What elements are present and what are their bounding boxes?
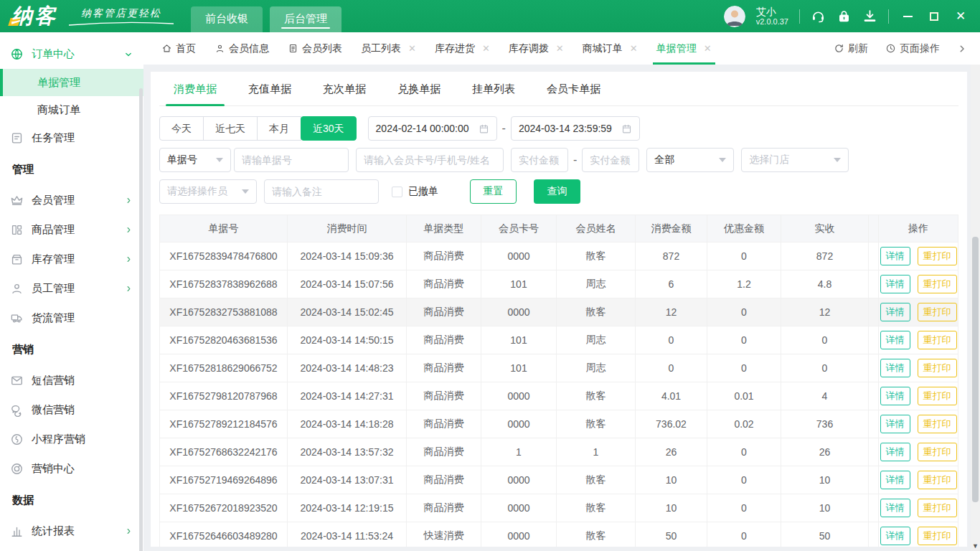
page-tab[interactable]: 商城订单✕ — [573, 32, 647, 65]
tabbar-scroll-right-icon[interactable] — [957, 44, 967, 54]
page-tab[interactable]: 员工列表✕ — [352, 32, 425, 65]
member-search-input[interactable] — [356, 148, 504, 172]
table-row[interactable]: XF167527194692648962024-03-14 13:07:31商品… — [160, 466, 958, 494]
table-row[interactable]: XF167528186290667522024-03-14 14:48:23商品… — [160, 354, 958, 382]
search-button[interactable]: 查询 — [534, 179, 580, 204]
detail-button[interactable]: 详情 — [880, 527, 910, 545]
sidebar-item[interactable]: 任务管理 — [0, 123, 143, 153]
table-row[interactable]: XF167528204636815362024-03-14 14:50:15商品… — [160, 326, 958, 354]
detail-button[interactable]: 详情 — [880, 359, 910, 377]
sidebar-subitem[interactable]: 单据管理 — [0, 69, 143, 96]
scroll-down-arrow-icon[interactable]: ▼ — [971, 542, 980, 550]
close-tab-icon[interactable]: ✕ — [408, 43, 416, 54]
subtab[interactable]: 会员卡单据 — [547, 72, 600, 106]
download-icon[interactable] — [862, 9, 877, 24]
page-operations-button[interactable]: 页面操作 — [885, 42, 940, 55]
page-tab[interactable]: 库存进货✕ — [425, 32, 499, 65]
cancelled-checkbox[interactable] — [392, 187, 402, 197]
amount-max-input[interactable] — [582, 148, 639, 172]
table-row[interactable]: XF167528378389626882024-03-14 15:07:56商品… — [160, 270, 958, 298]
store-select[interactable]: 选择门店 — [741, 148, 849, 172]
sidebar-item[interactable]: 商品管理 — [0, 215, 143, 245]
detail-button[interactable]: 详情 — [880, 443, 910, 461]
close-tab-icon[interactable]: ✕ — [482, 43, 490, 54]
vertical-scrollbar[interactable]: ▼ — [971, 65, 980, 551]
detail-button[interactable]: 详情 — [880, 471, 910, 489]
subtab[interactable]: 挂单列表 — [472, 72, 515, 106]
amount-min-input[interactable] — [511, 148, 568, 172]
detail-button[interactable]: 详情 — [880, 303, 910, 321]
sidebar-item[interactable]: 数据分析 — [0, 546, 143, 551]
page-tab[interactable]: 单据管理✕ — [647, 32, 721, 65]
close-button[interactable]: ✕ — [953, 9, 969, 24]
table-row[interactable]: XF167526720189235202024-03-14 12:19:15商品… — [160, 494, 958, 522]
doc-type-select[interactable]: 单据号 — [159, 148, 231, 172]
table-row[interactable]: XF167527892121845762024-03-14 14:18:28商品… — [160, 410, 958, 438]
quick-date-button[interactable]: 近30天 — [301, 116, 357, 141]
status-select[interactable]: 全部 — [646, 148, 734, 172]
date-from-input[interactable]: 2024-02-14 00:00:00 — [368, 116, 497, 141]
minimize-button[interactable] — [900, 9, 915, 24]
sidebar-item[interactable]: 微信营销 — [0, 395, 143, 425]
reprint-button[interactable]: 重打印 — [918, 415, 957, 433]
user-info[interactable]: 艾小 v2.0.0.37 — [756, 6, 788, 27]
sidebar-item[interactable]: 统计报表 — [0, 517, 143, 546]
sidebar-item-orders[interactable]: 订单中心 — [0, 39, 143, 69]
subtab[interactable]: 消费单据 — [174, 72, 217, 106]
close-tab-icon[interactable]: ✕ — [556, 43, 564, 54]
detail-button[interactable]: 详情 — [880, 415, 910, 433]
sidebar-item[interactable]: 营销中心 — [0, 454, 143, 484]
scrollbar-thumb[interactable] — [972, 237, 979, 502]
sidebar-item[interactable]: 员工管理 — [0, 274, 143, 303]
page-tab[interactable]: 首页 — [152, 32, 205, 65]
remark-input[interactable] — [264, 179, 379, 204]
headset-icon[interactable] — [811, 9, 826, 24]
reprint-button[interactable]: 重打印 — [918, 275, 957, 293]
sidebar-subitem[interactable]: 商城订单 — [0, 96, 143, 123]
reprint-button[interactable]: 重打印 — [918, 387, 957, 405]
topbar-nav-button[interactable]: 前台收银 — [191, 6, 263, 32]
doc-no-input[interactable] — [234, 148, 349, 172]
detail-button[interactable]: 详情 — [880, 247, 910, 265]
quick-date-button[interactable]: 今天 — [159, 116, 204, 141]
close-tab-icon[interactable]: ✕ — [630, 43, 638, 54]
table-row[interactable]: XF167527981207879682024-03-14 14:27:31商品… — [160, 382, 958, 410]
quick-date-button[interactable]: 本月 — [257, 116, 301, 141]
refresh-button[interactable]: 刷新 — [834, 42, 868, 55]
table-row[interactable]: XF167527686322421762024-03-14 13:57:32商品… — [160, 438, 958, 466]
close-tab-icon[interactable]: ✕ — [704, 43, 712, 54]
page-tab[interactable]: 会员列表 — [278, 32, 352, 65]
table-row[interactable]: XF167526466034892802024-03-14 11:53:24快速… — [160, 522, 958, 547]
subtab[interactable]: 充值单据 — [248, 72, 291, 106]
reprint-button[interactable]: 重打印 — [918, 471, 957, 489]
detail-button[interactable]: 详情 — [880, 275, 910, 293]
subtab[interactable]: 兑换单据 — [397, 72, 440, 106]
reset-button[interactable]: 重置 — [470, 179, 517, 204]
maximize-button[interactable] — [926, 9, 942, 24]
page-tab[interactable]: 会员信息 — [205, 32, 278, 65]
lock-icon[interactable] — [837, 9, 852, 24]
reprint-button[interactable]: 重打印 — [918, 303, 957, 321]
reprint-button[interactable]: 重打印 — [918, 443, 957, 461]
subtab[interactable]: 充次单据 — [323, 72, 366, 106]
detail-button[interactable]: 详情 — [880, 387, 910, 405]
sidebar-item[interactable]: 会员管理 — [0, 186, 143, 215]
quick-date-button[interactable]: 近七天 — [203, 116, 258, 141]
sidebar-item[interactable]: 短信营销 — [0, 366, 143, 395]
sidebar-item[interactable]: 小程序营销 — [0, 425, 143, 454]
reprint-button[interactable]: 重打印 — [918, 247, 957, 265]
date-to-input[interactable]: 2024-03-14 23:59:59 — [511, 116, 640, 141]
reprint-button[interactable]: 重打印 — [918, 359, 957, 377]
avatar[interactable] — [724, 6, 745, 27]
detail-button[interactable]: 详情 — [880, 499, 910, 517]
page-tab[interactable]: 库存调拨✕ — [499, 32, 573, 65]
reprint-button[interactable]: 重打印 — [918, 331, 957, 349]
sidebar-scrollbar[interactable] — [139, 88, 143, 551]
operator-select[interactable]: 请选择操作员 — [159, 179, 257, 204]
sidebar-item[interactable]: 货流管理 — [0, 303, 143, 333]
table-row[interactable]: XF167528394784768002024-03-14 15:09:36商品… — [160, 242, 958, 270]
topbar-nav-button[interactable]: 后台管理 — [270, 6, 341, 32]
detail-button[interactable]: 详情 — [880, 331, 910, 349]
reprint-button[interactable]: 重打印 — [918, 527, 957, 545]
table-row[interactable]: XF167528327538810882024-03-14 15:02:45商品… — [160, 298, 958, 326]
